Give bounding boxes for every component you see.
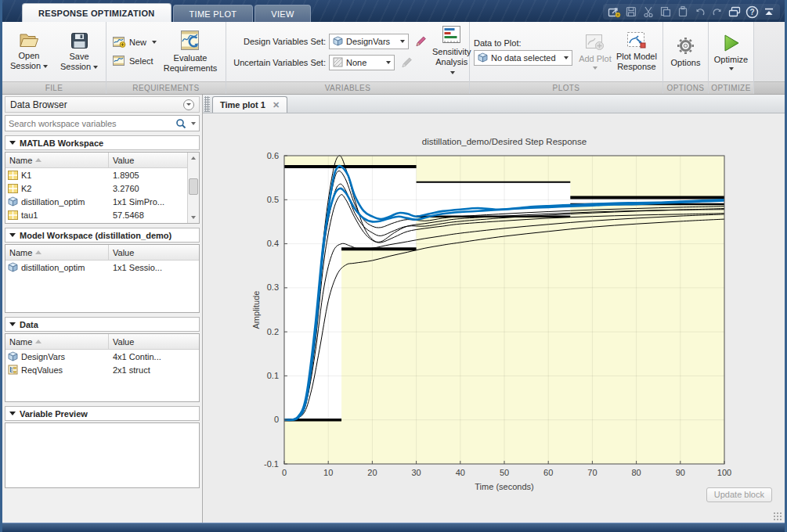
plot-model-response-icon xyxy=(626,31,647,49)
table-header[interactable]: Name Value xyxy=(5,153,187,168)
svg-text:0.2: 0.2 xyxy=(267,327,279,336)
svg-text:0.4: 0.4 xyxy=(267,239,279,248)
save-icon[interactable] xyxy=(623,5,639,19)
open-session-button[interactable]: Open Session xyxy=(6,23,52,80)
ribbon-tab-strip: RESPONSE OPTIMIZATION TIME PLOT VIEW xyxy=(2,0,785,22)
data-browser-header: Data Browser xyxy=(5,96,200,113)
column-header-value[interactable]: Value xyxy=(113,337,134,347)
table-header[interactable]: Name Value xyxy=(5,334,199,350)
svg-text:50: 50 xyxy=(500,468,509,477)
sensitivity-analysis-icon xyxy=(442,26,461,45)
svg-text:0.3: 0.3 xyxy=(267,282,279,292)
uncertain-variables-set-label: Uncertain Variables Set: xyxy=(230,58,326,67)
collapse-ribbon-icon[interactable] xyxy=(761,5,777,19)
svg-text:20: 20 xyxy=(367,468,377,477)
data-to-plot-dropdown[interactable]: No data selected xyxy=(474,50,572,66)
evaluate-requirements-button[interactable]: Evaluate Requirements xyxy=(161,23,219,80)
table-row[interactable]: distillation_optim1x1 SimPro... xyxy=(5,195,187,208)
svg-text:0.5: 0.5 xyxy=(267,195,279,204)
cut-icon[interactable] xyxy=(641,5,656,19)
edit-uncertain-variables-button[interactable] xyxy=(398,55,415,70)
svg-text:30: 30 xyxy=(411,468,421,477)
column-header-name[interactable]: Name xyxy=(9,337,32,347)
search-icon[interactable] xyxy=(175,118,186,129)
table-header[interactable]: Name Value xyxy=(5,245,199,261)
cube-icon xyxy=(8,351,18,361)
paste-icon[interactable] xyxy=(675,5,691,19)
evaluate-requirements-icon xyxy=(180,31,201,51)
chevron-down-icon xyxy=(729,67,734,70)
add-plot-icon xyxy=(585,34,605,52)
options-button[interactable]: Options xyxy=(667,23,704,80)
optimize-button[interactable]: Optimize xyxy=(713,23,749,80)
design-variables-dropdown[interactable]: DesignVars xyxy=(329,34,409,49)
chevron-down-icon xyxy=(450,71,455,74)
close-icon[interactable]: ✕ xyxy=(273,101,280,109)
uncertain-variables-dropdown[interactable]: None xyxy=(329,55,395,70)
sort-ascending-icon xyxy=(35,250,42,254)
tab-view[interactable]: VIEW xyxy=(255,5,310,22)
tab-time-plot-1[interactable]: Time plot 1 ✕ xyxy=(212,96,287,113)
data-table: Name Value DesignVars4x1 Contin...ReqVal… xyxy=(5,333,200,402)
edit-design-variables-button[interactable] xyxy=(412,34,429,49)
svg-text:90: 90 xyxy=(676,468,685,477)
collapse-icon xyxy=(9,141,16,145)
section-header-model-workspace[interactable]: Model Workspace (distillation_demo) xyxy=(5,228,200,243)
update-block-button[interactable]: Update block xyxy=(706,487,772,502)
section-header-data[interactable]: Data xyxy=(5,317,200,332)
section-header-matlab-workspace[interactable]: MATLAB Workspace xyxy=(5,135,200,150)
add-plot-button[interactable]: Add Plot xyxy=(578,23,612,80)
plot-model-response-button[interactable]: Plot Model Response xyxy=(615,23,659,80)
save-session-button[interactable]: Save Session xyxy=(56,23,102,80)
tab-response-optimization[interactable]: RESPONSE OPTIMIZATION xyxy=(22,3,171,22)
column-header-value[interactable]: Value xyxy=(113,248,134,257)
table-row[interactable]: ReqValues2x1 struct xyxy=(5,363,199,376)
table-row[interactable]: K11.8905 xyxy=(5,168,187,182)
select-requirement-button[interactable]: Select xyxy=(110,55,159,67)
workspace-search xyxy=(5,115,200,131)
help-icon[interactable]: ? xyxy=(744,5,760,19)
tab-bar-grip[interactable] xyxy=(204,96,210,112)
cube-icon xyxy=(8,262,18,272)
response-plot[interactable]: 0102030405060708090100-0.100.10.20.30.40… xyxy=(203,113,784,523)
section-header-variable-preview[interactable]: Variable Preview xyxy=(5,406,200,421)
new-requirement-button[interactable]: New xyxy=(110,36,159,49)
new-window-icon[interactable] xyxy=(606,5,622,19)
svg-text:40: 40 xyxy=(456,468,465,477)
tab-time-plot[interactable]: TIME PLOT xyxy=(173,5,254,22)
svg-text:0: 0 xyxy=(274,415,279,424)
play-icon xyxy=(723,34,740,52)
undo-icon[interactable] xyxy=(692,5,708,19)
table-row[interactable]: distillation_optim1x1 Sessio... xyxy=(5,261,199,274)
ribbon-filler xyxy=(754,22,785,94)
chevron-down-icon xyxy=(152,41,157,44)
window-layout-icon[interactable] xyxy=(727,5,742,19)
column-header-value[interactable]: Value xyxy=(113,156,134,165)
scrollbar-thumb[interactable] xyxy=(189,178,198,195)
sensitivity-analysis-button[interactable]: Sensitivity Analysis xyxy=(431,23,472,80)
vertical-scrollbar[interactable] xyxy=(187,153,199,223)
new-requirement-label: New xyxy=(129,38,146,47)
scroll-down-button[interactable] xyxy=(188,212,199,223)
redo-icon[interactable] xyxy=(709,5,725,19)
table-row[interactable]: tau157.5468 xyxy=(5,208,187,221)
resize-grip[interactable] xyxy=(773,512,782,521)
ribbon-section-label-file: FILE xyxy=(2,81,106,94)
column-header-name[interactable]: Name xyxy=(9,156,32,165)
copy-icon[interactable] xyxy=(658,5,673,19)
data-browser-menu-button[interactable] xyxy=(183,99,194,110)
model-workspace-title: Model Workspace (distillation_demo) xyxy=(20,228,171,243)
sort-ascending-icon xyxy=(35,158,42,162)
table-row[interactable]: DesignVars4x1 Contin... xyxy=(5,350,199,363)
data-to-plot-value: No data selected xyxy=(491,53,561,63)
search-input[interactable] xyxy=(9,119,173,128)
column-header-name[interactable]: Name xyxy=(9,248,32,257)
chevron-down-icon xyxy=(386,61,391,64)
pencil-icon xyxy=(400,56,413,69)
svg-text:0.1: 0.1 xyxy=(267,371,279,380)
design-variables-set-label: Design Variables Set: xyxy=(230,37,326,46)
scroll-up-button[interactable] xyxy=(188,153,199,164)
search-options-caret[interactable] xyxy=(191,122,196,125)
table-row[interactable]: K23.2760 xyxy=(5,182,187,195)
chevron-down-icon xyxy=(93,66,98,69)
